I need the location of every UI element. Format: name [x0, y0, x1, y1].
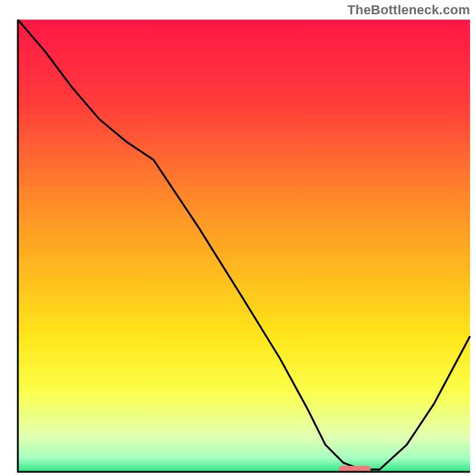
watermark-text: TheBottleneck.com [347, 2, 470, 18]
plot-background [18, 20, 470, 472]
bottleneck-chart [0, 0, 476, 476]
chart-wrap: TheBottleneck.com [0, 0, 476, 476]
